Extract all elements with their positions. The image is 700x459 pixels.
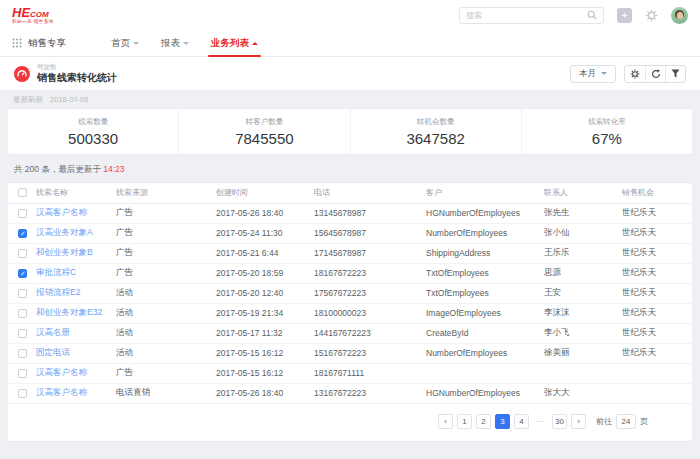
lead-name-link[interactable]: 汉高业务对象A xyxy=(36,227,93,237)
period-select[interactable]: 本月 xyxy=(570,65,616,83)
nav-tab[interactable]: 报表 xyxy=(150,30,200,56)
row-checkbox[interactable] xyxy=(18,309,27,318)
col-customer: 客户 xyxy=(426,183,544,203)
contact: 张小仙 xyxy=(544,223,622,243)
refresh-icon xyxy=(651,69,661,79)
page-button[interactable]: 3 xyxy=(495,414,510,429)
customer: NumberOfEmployees xyxy=(426,343,544,363)
nav-tab-label: 首页 xyxy=(111,37,130,50)
created-time: 2017-05-26 18:40 xyxy=(216,203,314,223)
settings-gear-icon[interactable] xyxy=(645,9,658,22)
stat-item: 转机会数量 3647582 xyxy=(350,109,521,154)
nav-tabs: 首页 报表 业务列表 xyxy=(100,30,269,56)
row-checkbox[interactable] xyxy=(18,249,27,258)
phone: 18100000023 xyxy=(314,303,426,323)
select-all-checkbox[interactable] xyxy=(18,188,27,197)
col-lead-name: 线索名称 xyxy=(36,183,116,203)
contact xyxy=(544,363,622,383)
contact: 思源 xyxy=(544,263,622,283)
page-button[interactable]: 2 xyxy=(476,414,491,429)
row-checkbox[interactable] xyxy=(18,209,27,218)
lead-source: 广告 xyxy=(116,223,216,243)
page-header: 驾驶舱 销售线索转化统计 本月 xyxy=(0,57,700,90)
page-button[interactable]: 1 xyxy=(457,414,472,429)
refresh-meta: 最新刷新 2018-07-06 xyxy=(0,90,700,109)
leads-table-card: 线索名称 线索来源 创建时间 电话 客户 联系人 销售机会 汉高客户名称 广告 … xyxy=(8,183,692,441)
nav-tab[interactable]: 首页 xyxy=(100,30,150,56)
prev-page-button[interactable]: ‹ xyxy=(438,414,453,429)
stat-item: 线索转化率 67% xyxy=(521,109,692,154)
table-row: 汉高客户名称 广告 2017-05-15 16:12 18167671111 xyxy=(8,363,692,383)
created-time: 2017-05-20 12:40 xyxy=(216,283,314,303)
col-created-time: 创建时间 xyxy=(216,183,314,203)
table-row: 汉高客户名称 广告 2017-05-26 18:40 13145678987 H… xyxy=(8,203,692,223)
stats-card: 线索数量 500330 转客户数量 7845550 转机会数量 3647582 … xyxy=(8,109,692,154)
nav-tab[interactable]: 业务列表 xyxy=(200,30,269,56)
stat-label: 线索转化率 xyxy=(588,117,626,127)
row-checkbox[interactable] xyxy=(18,349,27,358)
row-checkbox[interactable] xyxy=(18,289,27,298)
stat-value: 67% xyxy=(592,130,622,147)
row-checkbox[interactable] xyxy=(18,389,27,398)
opportunity: 世纪乐天 xyxy=(622,223,692,243)
lead-name-link[interactable]: 汉高名册 xyxy=(36,327,70,337)
created-time: 2017-05-15 16:12 xyxy=(216,363,314,383)
stat-item: 线索数量 500330 xyxy=(8,109,178,154)
lead-source: 广告 xyxy=(116,263,216,283)
nav-tab-label: 业务列表 xyxy=(211,37,249,50)
global-search[interactable] xyxy=(459,7,604,24)
refresh-date: 2018-07-06 xyxy=(50,95,88,104)
refresh-button[interactable] xyxy=(645,66,665,82)
page-button[interactable]: 30 xyxy=(552,414,567,429)
row-checkbox[interactable] xyxy=(18,369,27,378)
lead-name-link[interactable]: 和创业务对象E32 xyxy=(36,307,102,317)
lead-name-link[interactable]: 和创业务对象B xyxy=(36,247,93,257)
stat-value: 500330 xyxy=(68,130,118,147)
goto-label: 前往 xyxy=(596,416,612,427)
goto-page-input[interactable]: 24 xyxy=(616,414,636,429)
page-button[interactable]: ··· xyxy=(533,414,548,429)
customer: HGNumberOfEmployees xyxy=(426,383,544,403)
lead-name-link[interactable]: 汉高客户名称 xyxy=(36,387,87,397)
stat-item: 转客户数量 7845550 xyxy=(178,109,349,154)
stat-label: 转客户数量 xyxy=(246,117,284,127)
lead-name-link[interactable]: 汉高客户名称 xyxy=(36,367,87,377)
contact: 李沫沫 xyxy=(544,303,622,323)
phone: 18167671111 xyxy=(314,363,426,383)
page-button[interactable]: 4 xyxy=(514,414,529,429)
filter-funnel-icon xyxy=(671,69,680,78)
user-avatar[interactable] xyxy=(671,7,688,24)
lead-name-link[interactable]: 固定电话 xyxy=(36,347,70,357)
opportunity: 世纪乐天 xyxy=(622,283,692,303)
lead-name-link[interactable]: 报销流程E2 xyxy=(36,287,80,297)
apps-grid-icon[interactable] xyxy=(12,38,22,48)
row-checkbox[interactable] xyxy=(18,329,27,338)
lead-source: 电话直销 xyxy=(116,383,216,403)
lead-name-link[interactable]: 审批流程C xyxy=(36,267,76,277)
lead-source: 活动 xyxy=(116,323,216,343)
lead-name-link[interactable]: 汉高客户名称 xyxy=(36,207,87,217)
row-checkbox[interactable] xyxy=(18,269,27,278)
chevron-down-icon xyxy=(601,72,607,78)
search-input[interactable] xyxy=(466,11,583,20)
lead-source: 活动 xyxy=(116,343,216,363)
stat-value: 7845550 xyxy=(235,130,293,147)
opportunity: 世纪乐天 xyxy=(622,303,692,323)
row-checkbox[interactable] xyxy=(18,229,27,238)
filter-button[interactable] xyxy=(665,66,685,82)
phone: 13145678987 xyxy=(314,203,426,223)
table-row: 固定电话 活动 2017-05-15 16:12 15167672223 Num… xyxy=(8,343,692,363)
table-row: 和创业务对象E32 活动 2017-05-19 21:34 1810000002… xyxy=(8,303,692,323)
next-page-button[interactable]: › xyxy=(571,414,586,429)
customer xyxy=(426,363,544,383)
goto-unit: 页 xyxy=(640,416,648,427)
created-time: 2017-05-15 16:12 xyxy=(216,343,314,363)
settings-button[interactable] xyxy=(625,66,645,82)
add-button[interactable]: + xyxy=(617,8,632,23)
logo-tagline: 和创一流 销售系统 xyxy=(12,20,54,25)
period-label: 本月 xyxy=(579,68,596,80)
search-icon xyxy=(587,10,597,20)
refresh-label: 最新刷新 xyxy=(13,95,43,104)
phone: 15167672223 xyxy=(314,343,426,363)
stat-value: 3647582 xyxy=(406,130,464,147)
